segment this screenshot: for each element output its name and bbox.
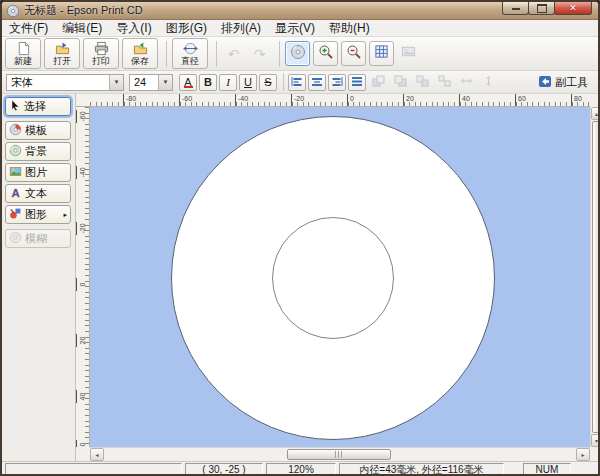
text-align-left-button[interactable] bbox=[288, 74, 306, 91]
maximize-icon bbox=[537, 4, 547, 13]
menu-arrange[interactable]: 排列(A) bbox=[214, 19, 268, 38]
app-window: 无标题 - Epson Print CD ✕ 文件(F) 编辑(E) 导入(I)… bbox=[0, 0, 600, 476]
underline-label: U bbox=[244, 76, 252, 88]
svg-text:A: A bbox=[11, 187, 19, 199]
sidebar-item-shapes[interactable]: 图形 ▸ bbox=[5, 205, 71, 224]
letter-a-icon: A bbox=[6, 186, 25, 201]
bold-label: B bbox=[204, 76, 212, 88]
text-align-justify-button[interactable] bbox=[348, 74, 366, 91]
open-folder-icon bbox=[55, 41, 70, 56]
scroll-up-arrow[interactable]: ▴ bbox=[591, 107, 600, 120]
new-button[interactable]: 新建 bbox=[5, 38, 41, 69]
send-backward-button[interactable] bbox=[390, 74, 410, 91]
new-document-icon bbox=[16, 41, 31, 56]
maximize-button[interactable] bbox=[528, 2, 555, 15]
group-button[interactable] bbox=[412, 74, 432, 91]
ruler-label: -80 bbox=[123, 94, 136, 106]
underline-button[interactable]: U bbox=[239, 74, 257, 91]
save-button[interactable]: 保存 bbox=[122, 38, 158, 69]
design-canvas[interactable] bbox=[90, 107, 590, 447]
print-button[interactable]: 打印 bbox=[83, 38, 119, 69]
image-tool-button[interactable] bbox=[397, 42, 420, 65]
subtool-icon bbox=[538, 75, 555, 90]
diameter-button[interactable]: 直径 bbox=[172, 38, 208, 69]
bring-forward-icon bbox=[372, 73, 385, 91]
scroll-down-arrow[interactable]: ▾ bbox=[591, 434, 600, 447]
menubar: 文件(F) 编辑(E) 导入(I) 图形(G) 排列(A) 显示(V) 帮助(H… bbox=[2, 20, 598, 37]
menu-file[interactable]: 文件(F) bbox=[2, 19, 55, 38]
font-size-select[interactable]: 24 ▼ bbox=[129, 74, 173, 91]
ungroup-button[interactable] bbox=[434, 74, 454, 91]
new-button-label: 新建 bbox=[14, 57, 32, 66]
font-family-select[interactable]: 宋体 ▼ bbox=[6, 74, 124, 91]
window-controls: ✕ bbox=[503, 2, 592, 15]
undo-button[interactable]: ↶ bbox=[222, 42, 245, 65]
toolbar-separator bbox=[166, 41, 167, 67]
vertical-scrollbar[interactable]: ▴ ▾ bbox=[590, 107, 600, 447]
cd-inner-circle[interactable] bbox=[272, 217, 394, 339]
ruler-label: -20 bbox=[76, 222, 89, 235]
horizontal-scrollbar[interactable]: ◂ ▸ bbox=[90, 447, 590, 461]
status-coordinates: ( 30, -25 ) bbox=[185, 463, 263, 475]
sidebar-item-template[interactable]: 模板 bbox=[5, 121, 71, 140]
text-align-center-button[interactable] bbox=[308, 74, 326, 91]
main-toolbar: 新建 打开 打印 保存 直径 ↶ ↷ bbox=[2, 37, 598, 71]
status-message-cell bbox=[5, 463, 182, 475]
chevron-down-icon[interactable]: ▼ bbox=[158, 75, 172, 90]
sidebar-item-text[interactable]: A 文本 bbox=[5, 184, 71, 203]
toolbar-separator bbox=[279, 41, 280, 67]
font-color-button[interactable]: A bbox=[179, 74, 197, 91]
vertical-scrollbar-thumb[interactable] bbox=[592, 121, 600, 433]
titlebar[interactable]: 无标题 - Epson Print CD ✕ bbox=[2, 2, 598, 20]
zoom-in-button[interactable] bbox=[313, 41, 338, 66]
print-button-label: 打印 bbox=[92, 57, 110, 66]
sidebar-item-label: 背景 bbox=[25, 144, 47, 159]
sidebar-item-image[interactable]: 图片 bbox=[5, 163, 71, 182]
status-numlock: NUM bbox=[523, 463, 571, 475]
bring-forward-button[interactable] bbox=[368, 74, 388, 91]
scroll-right-arrow[interactable]: ▸ bbox=[576, 448, 590, 461]
menu-import[interactable]: 导入(I) bbox=[109, 19, 158, 38]
scroll-left-arrow[interactable]: ◂ bbox=[90, 448, 104, 461]
center-vertical-button[interactable] bbox=[478, 74, 498, 91]
sidebar-item-label: 文本 bbox=[25, 186, 47, 201]
diameter-button-label: 直径 bbox=[181, 57, 199, 66]
subtool-button[interactable]: 副工具 bbox=[538, 75, 588, 90]
align-right-icon bbox=[331, 73, 343, 91]
sidebar-item-select[interactable]: 选择 bbox=[5, 97, 71, 116]
minimize-button[interactable] bbox=[502, 2, 529, 15]
grid-button[interactable] bbox=[369, 41, 394, 66]
center-horizontal-button[interactable] bbox=[456, 74, 476, 91]
menu-help[interactable]: 帮助(H) bbox=[322, 19, 377, 38]
redo-icon: ↷ bbox=[254, 46, 266, 62]
menu-view[interactable]: 显示(V) bbox=[268, 19, 322, 38]
image-icon bbox=[401, 44, 416, 63]
zoom-out-button[interactable] bbox=[341, 41, 366, 66]
menu-graphics[interactable]: 图形(G) bbox=[159, 19, 214, 38]
window-title: 无标题 - Epson Print CD bbox=[24, 3, 143, 18]
template-disc-icon bbox=[6, 123, 25, 138]
ruler-label: 0 bbox=[347, 94, 354, 106]
italic-button[interactable]: I bbox=[219, 74, 237, 91]
sidebar-item-label: 图片 bbox=[25, 165, 47, 180]
cd-view-button[interactable] bbox=[285, 41, 310, 66]
ruler-label: 60 bbox=[76, 440, 89, 447]
sidebar-item-label: 选择 bbox=[24, 99, 46, 114]
shapes-icon bbox=[6, 207, 25, 222]
status-diameters: 内径=43毫米, 外径=116毫米 bbox=[339, 463, 504, 475]
bold-button[interactable]: B bbox=[199, 74, 217, 91]
strikethrough-button[interactable]: S bbox=[259, 74, 277, 91]
chevron-down-icon[interactable]: ▼ bbox=[109, 75, 123, 90]
horizontal-scrollbar-thumb[interactable] bbox=[287, 449, 391, 460]
sidebar-item-blur[interactable]: 模糊 bbox=[5, 229, 71, 248]
redo-button[interactable]: ↷ bbox=[248, 42, 271, 65]
text-align-right-button[interactable] bbox=[328, 74, 346, 91]
close-button[interactable]: ✕ bbox=[554, 2, 592, 15]
sidebar-item-label: 模板 bbox=[25, 123, 47, 138]
cursor-arrow-icon bbox=[6, 99, 24, 114]
ruler-label: -20 bbox=[291, 94, 304, 106]
open-button[interactable]: 打开 bbox=[44, 38, 80, 69]
sidebar-item-background[interactable]: 背景 bbox=[5, 142, 71, 161]
menu-edit[interactable]: 编辑(E) bbox=[55, 19, 109, 38]
ruler-label: -60 bbox=[179, 94, 192, 106]
